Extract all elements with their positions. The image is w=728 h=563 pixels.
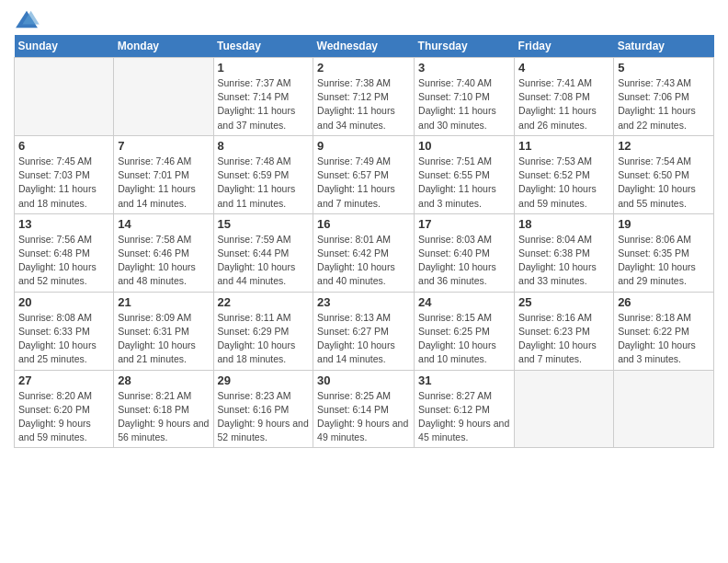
- day-number: 22: [218, 295, 310, 309]
- day-detail: Sunrise: 7:40 AMSunset: 7:10 PMDaylight:…: [418, 76, 510, 132]
- day-cell: 9Sunrise: 7:49 AMSunset: 6:57 PMDaylight…: [313, 135, 415, 213]
- day-cell: [515, 370, 614, 448]
- day-number: 29: [218, 373, 310, 387]
- day-detail: Sunrise: 8:13 AMSunset: 6:27 PMDaylight:…: [317, 311, 410, 367]
- day-detail: Sunrise: 7:58 AMSunset: 6:46 PMDaylight:…: [118, 233, 209, 289]
- day-cell: 22Sunrise: 8:11 AMSunset: 6:29 PMDayligh…: [213, 292, 313, 370]
- day-number: 26: [618, 295, 710, 309]
- week-row-0: 1Sunrise: 7:37 AMSunset: 7:14 PMDaylight…: [15, 58, 714, 136]
- day-detail: Sunrise: 8:25 AMSunset: 6:14 PMDaylight:…: [317, 389, 410, 445]
- calendar-table: SundayMondayTuesdayWednesdayThursdayFrid…: [14, 35, 714, 448]
- day-cell: 24Sunrise: 8:15 AMSunset: 6:25 PMDayligh…: [415, 292, 515, 370]
- week-row-2: 13Sunrise: 7:56 AMSunset: 6:48 PMDayligh…: [15, 213, 714, 292]
- header-row: SundayMondayTuesdayWednesdayThursdayFrid…: [15, 35, 714, 58]
- day-cell: [15, 58, 114, 136]
- day-cell: 26Sunrise: 8:18 AMSunset: 6:22 PMDayligh…: [614, 292, 714, 370]
- day-detail: Sunrise: 7:46 AMSunset: 7:01 PMDaylight:…: [118, 155, 209, 211]
- day-detail: Sunrise: 8:16 AMSunset: 6:23 PMDaylight:…: [518, 311, 609, 367]
- day-detail: Sunrise: 7:59 AMSunset: 6:44 PMDaylight:…: [218, 233, 310, 289]
- day-cell: 29Sunrise: 8:23 AMSunset: 6:16 PMDayligh…: [213, 370, 313, 448]
- day-cell: 1Sunrise: 7:37 AMSunset: 7:14 PMDaylight…: [213, 58, 313, 136]
- day-number: 23: [317, 295, 410, 309]
- day-cell: 20Sunrise: 8:08 AMSunset: 6:33 PMDayligh…: [15, 292, 114, 370]
- day-cell: 21Sunrise: 8:09 AMSunset: 6:31 PMDayligh…: [114, 292, 213, 370]
- day-number: 18: [518, 217, 609, 231]
- day-header-tuesday: Tuesday: [213, 35, 313, 58]
- day-cell: 6Sunrise: 7:45 AMSunset: 7:03 PMDaylight…: [15, 135, 114, 213]
- day-cell: 13Sunrise: 7:56 AMSunset: 6:48 PMDayligh…: [15, 213, 114, 292]
- day-header-saturday: Saturday: [614, 35, 714, 58]
- day-cell: 11Sunrise: 7:53 AMSunset: 6:52 PMDayligh…: [515, 135, 614, 213]
- day-number: 28: [118, 373, 209, 387]
- day-number: 31: [418, 373, 510, 387]
- day-cell: 4Sunrise: 7:41 AMSunset: 7:08 PMDaylight…: [515, 58, 614, 136]
- day-number: 12: [618, 139, 710, 153]
- day-number: 8: [218, 139, 310, 153]
- day-cell: [114, 58, 213, 136]
- day-number: 3: [418, 61, 510, 75]
- day-number: 9: [317, 139, 410, 153]
- day-number: 10: [418, 139, 510, 153]
- day-number: 16: [317, 217, 410, 231]
- day-cell: 19Sunrise: 8:06 AMSunset: 6:35 PMDayligh…: [614, 213, 714, 292]
- day-detail: Sunrise: 8:01 AMSunset: 6:42 PMDaylight:…: [317, 233, 410, 289]
- day-cell: 14Sunrise: 7:58 AMSunset: 6:46 PMDayligh…: [114, 213, 213, 292]
- day-cell: 8Sunrise: 7:48 AMSunset: 6:59 PMDaylight…: [213, 135, 313, 213]
- day-cell: 17Sunrise: 8:03 AMSunset: 6:40 PMDayligh…: [415, 213, 515, 292]
- day-detail: Sunrise: 7:54 AMSunset: 6:50 PMDaylight:…: [618, 155, 710, 211]
- day-number: 20: [18, 295, 109, 309]
- day-header-thursday: Thursday: [415, 35, 515, 58]
- logo-icon: [14, 9, 40, 29]
- day-detail: Sunrise: 8:04 AMSunset: 6:38 PMDaylight:…: [518, 233, 609, 289]
- day-cell: 31Sunrise: 8:27 AMSunset: 6:12 PMDayligh…: [415, 370, 515, 448]
- day-number: 15: [218, 217, 310, 231]
- day-cell: 7Sunrise: 7:46 AMSunset: 7:01 PMDaylight…: [114, 135, 213, 213]
- day-number: 30: [317, 373, 410, 387]
- day-detail: Sunrise: 8:09 AMSunset: 6:31 PMDaylight:…: [118, 311, 209, 367]
- day-number: 24: [418, 295, 510, 309]
- day-detail: Sunrise: 7:49 AMSunset: 6:57 PMDaylight:…: [317, 155, 410, 211]
- day-detail: Sunrise: 7:51 AMSunset: 6:55 PMDaylight:…: [418, 155, 510, 211]
- day-cell: 5Sunrise: 7:43 AMSunset: 7:06 PMDaylight…: [614, 58, 714, 136]
- day-number: 19: [618, 217, 710, 231]
- day-header-friday: Friday: [515, 35, 614, 58]
- day-cell: 23Sunrise: 8:13 AMSunset: 6:27 PMDayligh…: [313, 292, 415, 370]
- main-container: SundayMondayTuesdayWednesdayThursdayFrid…: [0, 0, 728, 457]
- day-cell: 3Sunrise: 7:40 AMSunset: 7:10 PMDaylight…: [415, 58, 515, 136]
- day-number: 7: [118, 139, 209, 153]
- day-cell: 2Sunrise: 7:38 AMSunset: 7:12 PMDaylight…: [313, 58, 415, 136]
- day-header-wednesday: Wednesday: [313, 35, 415, 58]
- day-number: 21: [118, 295, 209, 309]
- day-header-monday: Monday: [114, 35, 213, 58]
- day-header-sunday: Sunday: [15, 35, 114, 58]
- day-detail: Sunrise: 7:43 AMSunset: 7:06 PMDaylight:…: [618, 76, 710, 132]
- day-detail: Sunrise: 8:15 AMSunset: 6:25 PMDaylight:…: [418, 311, 510, 367]
- day-detail: Sunrise: 8:20 AMSunset: 6:20 PMDaylight:…: [18, 389, 109, 445]
- day-cell: 10Sunrise: 7:51 AMSunset: 6:55 PMDayligh…: [415, 135, 515, 213]
- day-number: 1: [218, 61, 310, 75]
- day-number: 17: [418, 217, 510, 231]
- day-detail: Sunrise: 8:18 AMSunset: 6:22 PMDaylight:…: [618, 311, 710, 367]
- day-cell: 15Sunrise: 7:59 AMSunset: 6:44 PMDayligh…: [213, 213, 313, 292]
- day-cell: 18Sunrise: 8:04 AMSunset: 6:38 PMDayligh…: [515, 213, 614, 292]
- day-cell: 16Sunrise: 8:01 AMSunset: 6:42 PMDayligh…: [313, 213, 415, 292]
- logo: [14, 9, 43, 29]
- day-number: 4: [518, 61, 609, 75]
- day-cell: 28Sunrise: 8:21 AMSunset: 6:18 PMDayligh…: [114, 370, 213, 448]
- day-cell: 12Sunrise: 7:54 AMSunset: 6:50 PMDayligh…: [614, 135, 714, 213]
- header: [14, 9, 714, 29]
- week-row-1: 6Sunrise: 7:45 AMSunset: 7:03 PMDaylight…: [15, 135, 714, 213]
- day-detail: Sunrise: 7:48 AMSunset: 6:59 PMDaylight:…: [218, 155, 310, 211]
- day-detail: Sunrise: 7:56 AMSunset: 6:48 PMDaylight:…: [18, 233, 109, 289]
- week-row-3: 20Sunrise: 8:08 AMSunset: 6:33 PMDayligh…: [15, 292, 714, 370]
- day-detail: Sunrise: 8:08 AMSunset: 6:33 PMDaylight:…: [18, 311, 109, 367]
- day-detail: Sunrise: 7:45 AMSunset: 7:03 PMDaylight:…: [18, 155, 109, 211]
- day-cell: 25Sunrise: 8:16 AMSunset: 6:23 PMDayligh…: [515, 292, 614, 370]
- day-cell: 30Sunrise: 8:25 AMSunset: 6:14 PMDayligh…: [313, 370, 415, 448]
- day-detail: Sunrise: 8:06 AMSunset: 6:35 PMDaylight:…: [618, 233, 710, 289]
- day-detail: Sunrise: 8:03 AMSunset: 6:40 PMDaylight:…: [418, 233, 510, 289]
- day-detail: Sunrise: 7:41 AMSunset: 7:08 PMDaylight:…: [518, 76, 609, 132]
- day-detail: Sunrise: 8:23 AMSunset: 6:16 PMDaylight:…: [218, 389, 310, 445]
- week-row-4: 27Sunrise: 8:20 AMSunset: 6:20 PMDayligh…: [15, 370, 714, 448]
- day-number: 25: [518, 295, 609, 309]
